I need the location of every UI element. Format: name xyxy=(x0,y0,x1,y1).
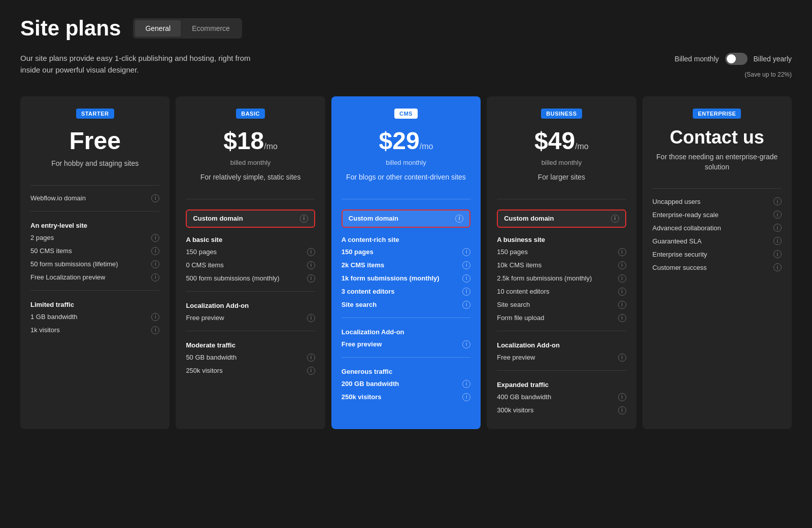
starter-bandwidth-label: 1 GB bandwidth xyxy=(30,313,151,321)
starter-feature-pages: 2 pages i xyxy=(30,231,159,244)
basic-feature-visitors: 250k visitors i xyxy=(186,364,315,377)
basic-pages-info[interactable]: i xyxy=(307,248,315,256)
basic-forms-info[interactable]: i xyxy=(307,274,315,283)
cms-localization-label: Free preview xyxy=(342,340,462,348)
enterprise-users-info[interactable]: i xyxy=(773,197,782,205)
billing-toggle-row: Billed monthly Billed yearly xyxy=(674,53,792,65)
enterprise-price-value: Contact us xyxy=(670,127,764,148)
business-feature-forms: 2.5k form submissions (monthly) i xyxy=(497,272,626,285)
starter-webflow-domain-label: Webflow.io domain xyxy=(30,194,151,202)
business-bandwidth-label: 400 GB bandwidth xyxy=(497,393,618,401)
starter-visitors-info[interactable]: i xyxy=(151,326,159,334)
basic-bandwidth-info[interactable]: i xyxy=(307,354,315,362)
cms-feature-bandwidth: 200 GB bandwidth i xyxy=(342,377,470,391)
cms-pages-info[interactable]: i xyxy=(462,248,470,256)
starter-feature-localization: Free Localization preview i xyxy=(30,271,159,284)
plans-grid: STARTER Free For hobby and staging sites… xyxy=(20,96,792,429)
cms-divider-1 xyxy=(342,199,470,199)
starter-price: Free xyxy=(30,127,159,155)
basic-localization-label: Free preview xyxy=(186,314,307,322)
business-search-info[interactable]: i xyxy=(618,301,626,309)
enterprise-price: Contact us xyxy=(653,127,782,148)
billing-toggle-container: Billed monthly Billed yearly (Save up to… xyxy=(674,53,792,78)
basic-visitors-info[interactable]: i xyxy=(307,367,315,375)
basic-bandwidth-label: 50 GB bandwidth xyxy=(186,354,307,361)
enterprise-scale-info[interactable]: i xyxy=(773,210,782,219)
business-forms-info[interactable]: i xyxy=(618,274,626,283)
business-pages-label: 150 pages xyxy=(497,248,618,256)
business-custom-domain-label: Custom domain xyxy=(504,215,554,222)
business-visitors-info[interactable]: i xyxy=(618,406,626,414)
basic-cms-info[interactable]: i xyxy=(307,261,315,269)
cms-forms-label: 1k form submissions (monthly) xyxy=(342,274,462,282)
enterprise-scale-label: Enterprise-ready scale xyxy=(653,211,773,219)
toggle-thumb xyxy=(727,54,736,63)
starter-forms-info[interactable]: i xyxy=(151,260,159,268)
starter-visitors-label: 1k visitors xyxy=(30,326,151,334)
business-price: $49/mo xyxy=(497,127,626,155)
starter-desc: For hobby and staging sites xyxy=(30,159,159,169)
starter-bandwidth-info[interactable]: i xyxy=(151,313,159,321)
page-header: Site plans General Ecommerce xyxy=(20,16,792,41)
page-subtitle: Our site plans provide easy 1-click publ… xyxy=(20,53,264,76)
enterprise-collab-info[interactable]: i xyxy=(773,224,782,232)
cms-custom-domain-row: Custom domain i xyxy=(342,209,470,228)
billing-toggle[interactable] xyxy=(725,53,748,65)
cms-billed: billed monthly xyxy=(342,159,470,166)
cms-feature-cms: 2k CMS items i xyxy=(342,259,470,272)
billing-yearly-label: Billed yearly xyxy=(754,55,792,63)
business-feature-pages: 150 pages i xyxy=(497,245,626,259)
business-localization-info[interactable]: i xyxy=(618,354,626,362)
cms-localization-info[interactable]: i xyxy=(462,340,470,348)
cms-visitors-info[interactable]: i xyxy=(462,393,470,401)
basic-feature-pages: 150 pages i xyxy=(186,245,315,259)
enterprise-sla-info[interactable]: i xyxy=(773,237,782,245)
enterprise-feature-success: Customer success i xyxy=(653,261,782,274)
cms-search-info[interactable]: i xyxy=(462,301,470,309)
business-price-unit: /mo xyxy=(575,142,589,151)
business-forms-label: 2.5k form submissions (monthly) xyxy=(497,274,618,282)
cms-badge: CMS xyxy=(394,109,418,119)
business-editors-info[interactable]: i xyxy=(618,288,626,296)
plan-type-tabs: General Ecommerce xyxy=(133,18,242,39)
starter-feature-forms: 50 form submissions (lifetime) i xyxy=(30,258,159,271)
enterprise-security-label: Enterprise security xyxy=(653,251,773,258)
cms-pages-label: 150 pages xyxy=(342,248,462,256)
cms-cms-info[interactable]: i xyxy=(462,261,470,269)
business-divider-1 xyxy=(497,199,626,199)
tab-ecommerce[interactable]: Ecommerce xyxy=(182,20,240,37)
starter-pages-info[interactable]: i xyxy=(151,234,159,242)
business-cms-info[interactable]: i xyxy=(618,261,626,269)
starter-webflow-domain-info[interactable]: i xyxy=(151,194,159,202)
enterprise-security-info[interactable]: i xyxy=(773,250,782,258)
basic-feature-forms: 500 form submissions (monthly) i xyxy=(186,272,315,285)
cms-custom-domain-info[interactable]: i xyxy=(455,215,463,223)
basic-divider-1 xyxy=(186,199,315,199)
business-fileupload-info[interactable]: i xyxy=(618,314,626,322)
business-localization-label: Free preview xyxy=(497,354,618,361)
cms-editors-info[interactable]: i xyxy=(462,288,470,296)
basic-localization-info[interactable]: i xyxy=(307,314,315,322)
business-bandwidth-info[interactable]: i xyxy=(618,393,626,401)
starter-section1-label: An entry-level site xyxy=(30,218,159,231)
business-pages-info[interactable]: i xyxy=(618,248,626,256)
business-custom-domain-info[interactable]: i xyxy=(611,215,619,223)
enterprise-success-info[interactable]: i xyxy=(773,263,782,271)
tab-general[interactable]: General xyxy=(135,20,181,37)
business-divider-2 xyxy=(497,331,626,331)
business-divider-3 xyxy=(497,370,626,371)
starter-localization-info[interactable]: i xyxy=(151,273,159,281)
starter-cms-info[interactable]: i xyxy=(151,247,159,255)
starter-cms-label: 50 CMS items xyxy=(30,247,151,255)
cms-section1-label: A content-rich site xyxy=(342,232,470,245)
cms-forms-info[interactable]: i xyxy=(462,274,470,283)
starter-divider-2 xyxy=(30,211,159,212)
enterprise-feature-sla: Guaranteed SLA i xyxy=(653,234,782,248)
business-section3-label: Expanded traffic xyxy=(497,377,626,391)
basic-feature-cms: 0 CMS items i xyxy=(186,259,315,272)
cms-bandwidth-info[interactable]: i xyxy=(462,380,470,388)
business-feature-fileupload: Form file upload i xyxy=(497,311,626,325)
cms-feature-forms: 1k form submissions (monthly) i xyxy=(342,272,470,285)
basic-custom-domain-info[interactable]: i xyxy=(300,215,308,223)
basic-feature-bandwidth: 50 GB bandwidth i xyxy=(186,351,315,364)
